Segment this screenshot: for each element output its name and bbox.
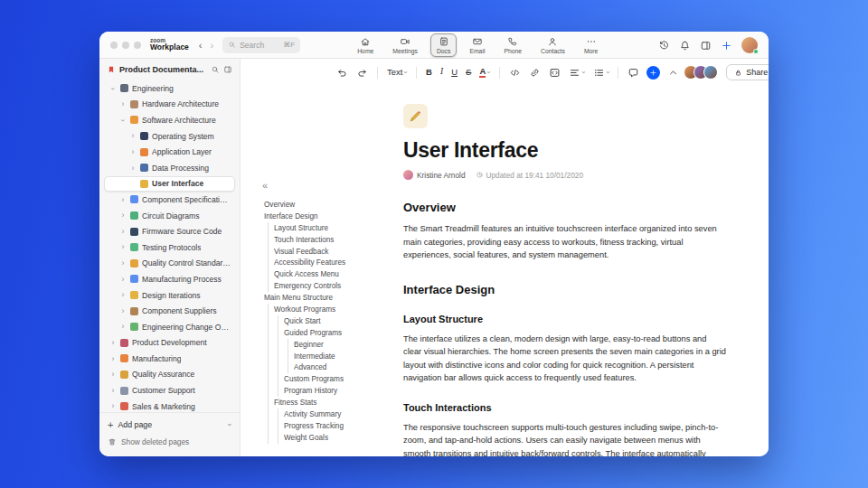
chevron-right-icon[interactable]: › [129, 132, 137, 140]
outline-item[interactable]: Custom Programs [264, 373, 403, 385]
toolbar-underline-button[interactable]: U [448, 65, 461, 80]
tab-contacts[interactable]: Contacts [534, 33, 571, 57]
chevron-right-icon[interactable]: › [129, 164, 137, 173]
outline-item[interactable]: Intermediate [264, 351, 403, 362]
outline-item[interactable]: Advanced [264, 361, 403, 373]
chevron-right-icon[interactable]: › [119, 259, 127, 267]
forward-button[interactable]: › [211, 40, 214, 51]
chevron-down-icon[interactable]: › [226, 424, 235, 427]
sidebar-item[interactable]: ›Quality Assurance [104, 367, 235, 383]
tab-email[interactable]: Email [463, 33, 491, 57]
chevron-right-icon[interactable]: › [109, 371, 117, 379]
sidebar-item[interactable]: ›Design Iterations [104, 287, 235, 304]
toolbar-text-style-button[interactable]: Text› [383, 65, 410, 80]
plus-button[interactable] [721, 40, 732, 52]
outline-item[interactable]: Accessibility Features [264, 257, 403, 268]
window-minimize-button[interactable] [122, 42, 129, 49]
bell-button[interactable] [679, 40, 691, 52]
sidebar-item[interactable]: ›Circuit Diagrams [104, 208, 235, 224]
outline-item[interactable]: Touch Interactions [264, 234, 403, 246]
chevron-right-icon[interactable]: › [119, 196, 127, 204]
chevron-right-icon[interactable]: › [109, 402, 117, 410]
chevron-down-icon[interactable]: › [109, 85, 118, 92]
sidebar-search-button[interactable] [211, 65, 220, 74]
outline-item[interactable]: Program History [264, 385, 403, 397]
outline-item[interactable]: Beginner [264, 339, 403, 351]
outline-item[interactable]: Visual Feedback [264, 246, 403, 258]
toolbar-bold-button[interactable]: B [422, 65, 436, 80]
sidebar-item[interactable]: ›Hardware Architecture [104, 97, 235, 113]
toolbar-code-block-button[interactable] [545, 64, 564, 81]
toolbar-text-color-button[interactable]: A› [476, 64, 494, 80]
show-deleted-pages-button[interactable]: Show deleted pages [108, 435, 231, 449]
chevron-right-icon[interactable]: › [119, 100, 127, 108]
chevron-right-icon[interactable]: › [129, 148, 137, 156]
toolbar-list-button[interactable]: › [590, 64, 613, 81]
sidebar-item[interactable]: ›Product Development [104, 335, 235, 352]
sidebar-item[interactable]: ›Sales & Marketing [104, 399, 235, 412]
outline-item[interactable]: Main Menu Structure [264, 292, 403, 304]
tab-home[interactable]: Home [351, 33, 380, 57]
toolbar-undo-button[interactable] [333, 64, 352, 81]
share-button[interactable]: Share [726, 64, 769, 80]
outline-item[interactable]: Guided Programs [264, 327, 403, 339]
chevron-right-icon[interactable]: › [109, 387, 117, 395]
outline-item[interactable]: Emergency Controls [264, 280, 403, 292]
window-close-button[interactable] [110, 42, 118, 49]
sidebar-item[interactable]: ›Engineering [104, 80, 235, 97]
chevron-right-icon[interactable]: › [119, 276, 127, 284]
toolbar-align-button[interactable]: › [565, 64, 589, 81]
sidebar-item[interactable]: ›Quality Control Standards [104, 256, 235, 272]
sidebar-item[interactable]: ›Operating System [104, 128, 235, 145]
toolbar-link-button[interactable] [525, 64, 544, 81]
chevron-right-icon[interactable]: › [119, 211, 127, 220]
sidebar-item[interactable]: ›User Interface [104, 176, 235, 192]
toolbar-inline-code-button[interactable] [505, 64, 524, 81]
chevron-right-icon[interactable]: › [119, 323, 127, 331]
outline-item[interactable]: Quick Start [264, 315, 403, 327]
outline-item[interactable]: Overview [264, 199, 403, 211]
chevron-right-icon[interactable]: › [109, 339, 117, 347]
toolbar-comment-button[interactable] [624, 64, 643, 81]
collaborator-avatar[interactable] [703, 65, 718, 80]
tab-phone[interactable]: Phone [497, 33, 528, 57]
window-maximize-button[interactable] [134, 42, 141, 49]
outline-item[interactable]: Quick Access Menu [264, 268, 403, 280]
outline-item[interactable]: Activity Summary [264, 408, 403, 420]
sidebar-collapse-button[interactable] [223, 65, 232, 74]
chevron-right-icon[interactable]: › [109, 355, 117, 363]
outline-item[interactable]: Weight Goals [264, 432, 403, 444]
chevron-right-icon[interactable]: › [119, 228, 127, 236]
sidebar-item[interactable]: ›Component Specifications [104, 192, 235, 208]
sidebar-item[interactable]: ›Firmware Source Code [104, 223, 235, 239]
outline-item[interactable]: Progress Tracking [264, 420, 403, 432]
chevron-right-icon[interactable]: › [119, 307, 127, 315]
sidebar-item[interactable]: ›Manufacturing Process [104, 271, 235, 287]
toolbar-redo-button[interactable] [353, 64, 372, 81]
toolbar-collapse-toolbar-button[interactable] [664, 64, 683, 81]
outline-collapse-button[interactable]: « [262, 181, 268, 191]
chevron-right-icon[interactable]: › [119, 243, 127, 251]
outline-item[interactable]: Layout Structure [264, 222, 403, 234]
user-avatar[interactable] [741, 37, 758, 53]
sidebar-item[interactable]: ›Manufacturing [104, 351, 235, 367]
panel-button[interactable] [700, 40, 712, 52]
back-button[interactable]: ‹ [199, 40, 203, 51]
sidebar-item[interactable]: ›Software Architecture [104, 112, 235, 128]
history-button[interactable] [658, 40, 670, 52]
sidebar-item[interactable]: ›Testing Protocols [104, 239, 235, 256]
toolbar-strikethrough-button[interactable]: S [462, 65, 475, 80]
outline-item[interactable]: Workout Programs [264, 304, 403, 315]
tab-more[interactable]: More [578, 33, 605, 57]
chevron-down-icon[interactable]: › [119, 117, 127, 124]
toolbar-italic-button[interactable]: I [437, 65, 447, 80]
sidebar-item[interactable]: ›Engineering Change Orders [104, 319, 235, 335]
add-page-button[interactable]: + Add page › [108, 418, 231, 432]
sidebar-item[interactable]: ›Component Suppliers [104, 303, 235, 319]
sidebar-item[interactable]: ›Data Processing [104, 160, 235, 176]
sidebar-item[interactable]: ›Customer Support [104, 382, 235, 399]
document[interactable]: User Interface Kristine Arnold Updated a… [403, 86, 727, 456]
outline-item[interactable]: Fitness Stats [264, 397, 403, 408]
chevron-right-icon[interactable]: › [119, 291, 127, 299]
outline-item[interactable]: Interface Design [264, 211, 403, 222]
